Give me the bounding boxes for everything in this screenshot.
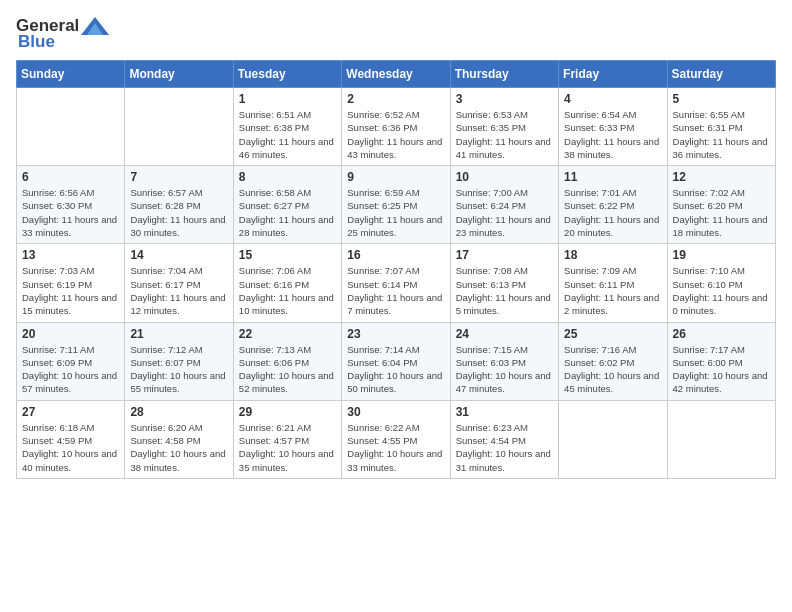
day-info: Sunrise: 6:59 AM Sunset: 6:25 PM Dayligh… xyxy=(347,186,444,239)
calendar-cell: 12Sunrise: 7:02 AM Sunset: 6:20 PM Dayli… xyxy=(667,166,775,244)
day-info: Sunrise: 7:06 AM Sunset: 6:16 PM Dayligh… xyxy=(239,264,336,317)
day-number: 31 xyxy=(456,405,553,419)
logo-icon xyxy=(81,17,109,35)
calendar-cell: 1Sunrise: 6:51 AM Sunset: 6:38 PM Daylig… xyxy=(233,88,341,166)
calendar-cell: 18Sunrise: 7:09 AM Sunset: 6:11 PM Dayli… xyxy=(559,244,667,322)
calendar-cell: 15Sunrise: 7:06 AM Sunset: 6:16 PM Dayli… xyxy=(233,244,341,322)
calendar-cell: 21Sunrise: 7:12 AM Sunset: 6:07 PM Dayli… xyxy=(125,322,233,400)
calendar-week-row: 20Sunrise: 7:11 AM Sunset: 6:09 PM Dayli… xyxy=(17,322,776,400)
day-info: Sunrise: 7:11 AM Sunset: 6:09 PM Dayligh… xyxy=(22,343,119,396)
calendar-week-row: 1Sunrise: 6:51 AM Sunset: 6:38 PM Daylig… xyxy=(17,88,776,166)
day-number: 30 xyxy=(347,405,444,419)
calendar-cell: 27Sunrise: 6:18 AM Sunset: 4:59 PM Dayli… xyxy=(17,400,125,478)
calendar-cell: 14Sunrise: 7:04 AM Sunset: 6:17 PM Dayli… xyxy=(125,244,233,322)
calendar-cell: 30Sunrise: 6:22 AM Sunset: 4:55 PM Dayli… xyxy=(342,400,450,478)
day-info: Sunrise: 7:01 AM Sunset: 6:22 PM Dayligh… xyxy=(564,186,661,239)
calendar-cell: 4Sunrise: 6:54 AM Sunset: 6:33 PM Daylig… xyxy=(559,88,667,166)
day-info: Sunrise: 6:22 AM Sunset: 4:55 PM Dayligh… xyxy=(347,421,444,474)
calendar-cell: 3Sunrise: 6:53 AM Sunset: 6:35 PM Daylig… xyxy=(450,88,558,166)
calendar-cell xyxy=(667,400,775,478)
calendar-cell: 5Sunrise: 6:55 AM Sunset: 6:31 PM Daylig… xyxy=(667,88,775,166)
day-header-wednesday: Wednesday xyxy=(342,61,450,88)
day-number: 18 xyxy=(564,248,661,262)
day-info: Sunrise: 7:02 AM Sunset: 6:20 PM Dayligh… xyxy=(673,186,770,239)
calendar-cell: 2Sunrise: 6:52 AM Sunset: 6:36 PM Daylig… xyxy=(342,88,450,166)
day-number: 11 xyxy=(564,170,661,184)
day-info: Sunrise: 7:04 AM Sunset: 6:17 PM Dayligh… xyxy=(130,264,227,317)
day-number: 22 xyxy=(239,327,336,341)
day-number: 6 xyxy=(22,170,119,184)
calendar-cell: 13Sunrise: 7:03 AM Sunset: 6:19 PM Dayli… xyxy=(17,244,125,322)
day-info: Sunrise: 7:00 AM Sunset: 6:24 PM Dayligh… xyxy=(456,186,553,239)
day-info: Sunrise: 7:15 AM Sunset: 6:03 PM Dayligh… xyxy=(456,343,553,396)
calendar-week-row: 13Sunrise: 7:03 AM Sunset: 6:19 PM Dayli… xyxy=(17,244,776,322)
day-info: Sunrise: 7:14 AM Sunset: 6:04 PM Dayligh… xyxy=(347,343,444,396)
calendar-cell: 23Sunrise: 7:14 AM Sunset: 6:04 PM Dayli… xyxy=(342,322,450,400)
calendar-cell: 10Sunrise: 7:00 AM Sunset: 6:24 PM Dayli… xyxy=(450,166,558,244)
day-number: 9 xyxy=(347,170,444,184)
day-number: 24 xyxy=(456,327,553,341)
calendar-cell: 8Sunrise: 6:58 AM Sunset: 6:27 PM Daylig… xyxy=(233,166,341,244)
day-number: 23 xyxy=(347,327,444,341)
day-number: 29 xyxy=(239,405,336,419)
day-info: Sunrise: 7:03 AM Sunset: 6:19 PM Dayligh… xyxy=(22,264,119,317)
calendar-cell xyxy=(559,400,667,478)
day-info: Sunrise: 6:56 AM Sunset: 6:30 PM Dayligh… xyxy=(22,186,119,239)
calendar-cell: 20Sunrise: 7:11 AM Sunset: 6:09 PM Dayli… xyxy=(17,322,125,400)
calendar-cell: 16Sunrise: 7:07 AM Sunset: 6:14 PM Dayli… xyxy=(342,244,450,322)
calendar-cell: 25Sunrise: 7:16 AM Sunset: 6:02 PM Dayli… xyxy=(559,322,667,400)
calendar-header-row: SundayMondayTuesdayWednesdayThursdayFrid… xyxy=(17,61,776,88)
day-info: Sunrise: 6:52 AM Sunset: 6:36 PM Dayligh… xyxy=(347,108,444,161)
day-number: 12 xyxy=(673,170,770,184)
day-number: 25 xyxy=(564,327,661,341)
logo-blue-text: Blue xyxy=(18,32,55,52)
day-info: Sunrise: 6:51 AM Sunset: 6:38 PM Dayligh… xyxy=(239,108,336,161)
calendar-cell: 9Sunrise: 6:59 AM Sunset: 6:25 PM Daylig… xyxy=(342,166,450,244)
day-number: 19 xyxy=(673,248,770,262)
calendar-cell: 26Sunrise: 7:17 AM Sunset: 6:00 PM Dayli… xyxy=(667,322,775,400)
calendar-cell xyxy=(17,88,125,166)
calendar-cell: 22Sunrise: 7:13 AM Sunset: 6:06 PM Dayli… xyxy=(233,322,341,400)
day-info: Sunrise: 6:21 AM Sunset: 4:57 PM Dayligh… xyxy=(239,421,336,474)
calendar-cell: 7Sunrise: 6:57 AM Sunset: 6:28 PM Daylig… xyxy=(125,166,233,244)
day-info: Sunrise: 6:18 AM Sunset: 4:59 PM Dayligh… xyxy=(22,421,119,474)
calendar-cell: 31Sunrise: 6:23 AM Sunset: 4:54 PM Dayli… xyxy=(450,400,558,478)
calendar-cell: 28Sunrise: 6:20 AM Sunset: 4:58 PM Dayli… xyxy=(125,400,233,478)
day-info: Sunrise: 7:16 AM Sunset: 6:02 PM Dayligh… xyxy=(564,343,661,396)
day-number: 14 xyxy=(130,248,227,262)
day-info: Sunrise: 6:20 AM Sunset: 4:58 PM Dayligh… xyxy=(130,421,227,474)
day-number: 28 xyxy=(130,405,227,419)
day-number: 16 xyxy=(347,248,444,262)
calendar-cell: 11Sunrise: 7:01 AM Sunset: 6:22 PM Dayli… xyxy=(559,166,667,244)
page-header: General Blue xyxy=(16,16,776,52)
day-info: Sunrise: 6:54 AM Sunset: 6:33 PM Dayligh… xyxy=(564,108,661,161)
day-info: Sunrise: 6:55 AM Sunset: 6:31 PM Dayligh… xyxy=(673,108,770,161)
calendar-cell: 19Sunrise: 7:10 AM Sunset: 6:10 PM Dayli… xyxy=(667,244,775,322)
day-info: Sunrise: 7:08 AM Sunset: 6:13 PM Dayligh… xyxy=(456,264,553,317)
day-info: Sunrise: 7:13 AM Sunset: 6:06 PM Dayligh… xyxy=(239,343,336,396)
day-number: 20 xyxy=(22,327,119,341)
day-header-sunday: Sunday xyxy=(17,61,125,88)
day-number: 10 xyxy=(456,170,553,184)
day-info: Sunrise: 7:07 AM Sunset: 6:14 PM Dayligh… xyxy=(347,264,444,317)
day-number: 8 xyxy=(239,170,336,184)
day-info: Sunrise: 7:12 AM Sunset: 6:07 PM Dayligh… xyxy=(130,343,227,396)
calendar-cell: 6Sunrise: 6:56 AM Sunset: 6:30 PM Daylig… xyxy=(17,166,125,244)
day-header-thursday: Thursday xyxy=(450,61,558,88)
day-header-tuesday: Tuesday xyxy=(233,61,341,88)
day-number: 1 xyxy=(239,92,336,106)
day-number: 5 xyxy=(673,92,770,106)
day-info: Sunrise: 7:10 AM Sunset: 6:10 PM Dayligh… xyxy=(673,264,770,317)
day-header-friday: Friday xyxy=(559,61,667,88)
logo: General Blue xyxy=(16,16,109,52)
day-info: Sunrise: 6:58 AM Sunset: 6:27 PM Dayligh… xyxy=(239,186,336,239)
day-number: 17 xyxy=(456,248,553,262)
calendar-cell xyxy=(125,88,233,166)
day-number: 2 xyxy=(347,92,444,106)
day-info: Sunrise: 7:09 AM Sunset: 6:11 PM Dayligh… xyxy=(564,264,661,317)
day-info: Sunrise: 6:57 AM Sunset: 6:28 PM Dayligh… xyxy=(130,186,227,239)
day-header-saturday: Saturday xyxy=(667,61,775,88)
day-number: 27 xyxy=(22,405,119,419)
day-number: 3 xyxy=(456,92,553,106)
calendar-week-row: 6Sunrise: 6:56 AM Sunset: 6:30 PM Daylig… xyxy=(17,166,776,244)
